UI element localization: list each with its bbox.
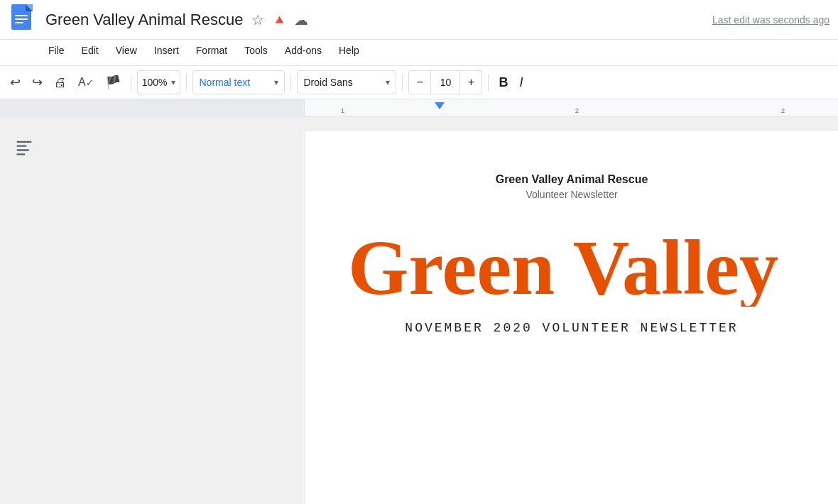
last-edit-text: Last edit was seconds ago [712,14,829,26]
font-arrow: ▾ [386,77,390,87]
menu-edit[interactable]: Edit [75,42,106,59]
svg-rect-4 [15,15,28,16]
ruler: 1 2 2 [0,99,838,116]
zoom-arrow: ▾ [171,77,175,87]
app-icon[interactable] [9,4,37,36]
bold-button[interactable]: B [494,70,512,94]
svg-rect-10 [17,153,26,155]
star-icon[interactable]: ☆ [251,11,264,28]
doc-outline-icon[interactable] [14,138,34,162]
menu-view[interactable]: View [109,42,144,59]
text-style-arrow: ▾ [274,77,278,87]
toolbar-separator-5 [488,74,489,91]
menu-file[interactable]: File [41,42,72,59]
title-icons: ☆ 🔺 ☁ [251,11,308,28]
doc-header-subtitle: Volunteer Newsletter [348,189,795,200]
sidebar [0,116,305,504]
ruler-marker[interactable] [435,102,445,109]
font-dropdown[interactable]: Droid Sans ▾ [297,70,396,94]
menu-help[interactable]: Help [332,42,366,59]
zoom-value: 100% [142,77,168,88]
doc-header: Green Valley Animal Rescue Volunteer New… [348,173,795,200]
menu-bar: File Edit View Insert Format Tools Add-o… [0,40,838,65]
italic-button[interactable]: I [515,70,527,94]
toolbar-separator-3 [290,74,291,91]
redo-button[interactable]: ↪ [28,70,47,94]
font-value: Droid Sans [303,77,352,88]
svg-rect-8 [17,146,27,147]
top-bar: Green Valley Animal Rescue ☆ 🔺 ☁ Last ed… [0,0,838,40]
paint-format-button[interactable]: 🏴 [101,70,125,94]
doc-header-title: Green Valley Animal Rescue [348,173,795,186]
toolbar-separator-1 [131,74,131,91]
svg-rect-9 [17,149,30,150]
undo-button[interactable]: ↩ [6,70,25,94]
svg-rect-5 [15,18,28,20]
svg-rect-7 [17,141,32,143]
menu-tools[interactable]: Tools [237,42,275,59]
doc-subtitle-text: NOVEMBER 2020 VOLUNTEER NEWSLETTER [348,321,795,335]
ruler-track: 1 2 2 [0,99,838,116]
spell-check-button[interactable]: A✓ [74,70,98,94]
font-size-value[interactable]: 10 [431,70,459,94]
ruler-mark-3: 2 [781,107,785,114]
document-title: Green Valley Animal Rescue [45,11,243,29]
toolbar-separator-4 [402,74,403,91]
menu-insert[interactable]: Insert [147,42,186,59]
menu-addons[interactable]: Add-ons [278,42,329,59]
doc-page: Green Valley Animal Rescue Volunteer New… [305,131,838,504]
doc-area: Green Valley Animal Rescue Volunteer New… [305,116,838,504]
drive-icon[interactable]: 🔺 [271,12,287,28]
font-size-control: − 10 + [408,70,482,94]
zoom-control[interactable]: 100% ▾ [137,70,181,94]
text-style-value: Normal text [199,77,250,88]
font-size-decrease-button[interactable]: − [408,70,431,94]
svg-rect-6 [15,22,23,23]
doc-main-title: Green Valley [348,229,795,307]
toolbar: ↩ ↪ 🖨 A✓ 🏴 100% ▾ Normal text ▾ Droid Sa… [0,65,838,99]
toolbar-separator-2 [186,74,187,91]
ruler-mark-2: 2 [575,107,579,114]
main-content: Green Valley Animal Rescue Volunteer New… [0,116,838,504]
print-button[interactable]: 🖨 [50,70,71,94]
ruler-mark-1: 1 [341,107,344,114]
font-size-increase-button[interactable]: + [459,70,482,94]
text-style-dropdown[interactable]: Normal text ▾ [192,70,285,94]
cloud-icon[interactable]: ☁ [294,11,308,28]
menu-format[interactable]: Format [189,42,234,59]
